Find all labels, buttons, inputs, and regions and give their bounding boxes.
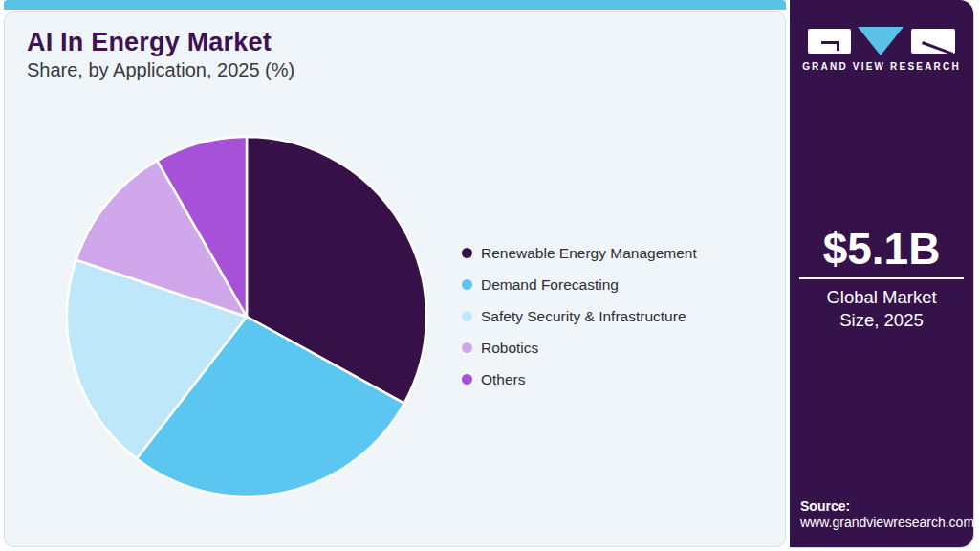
legend-label: Safety Security & Infrastructure (481, 308, 686, 325)
legend-item: Demand Forecasting (462, 269, 697, 300)
legend-label: Robotics (481, 340, 538, 357)
divider (799, 277, 964, 279)
market-size-label: Global Market Size, 2025 (805, 286, 958, 331)
legend-swatch-icon (462, 374, 472, 385)
brand-logo: GRAND VIEW RESEARCH (790, 26, 973, 72)
legend-label: Others (481, 371, 526, 388)
sidebar: GRAND VIEW RESEARCH $5.1B Global Market … (790, 0, 973, 547)
gvr-logo-icon (808, 26, 955, 56)
legend-swatch-icon (462, 279, 472, 290)
legend-swatch-icon (462, 342, 472, 353)
page-subtitle: Share, by Application, 2025 (%) (27, 59, 294, 81)
source-block: Source: www.grandviewresearch.com (800, 498, 969, 531)
infographic: AI In Energy Market Share, by Applicatio… (0, 0, 980, 551)
pie-chart (46, 116, 447, 518)
source-url: www.grandviewresearch.com (800, 515, 969, 531)
legend-item: Others (462, 364, 697, 395)
logo-v-triangle (858, 27, 904, 55)
page-title: AI In Energy Market (27, 28, 272, 57)
legend-swatch-icon (462, 248, 472, 258)
legend-swatch-icon (462, 311, 472, 321)
legend-item: Safety Security & Infrastructure (462, 300, 697, 332)
chart-card: AI In Energy Market Share, by Applicatio… (4, 11, 786, 547)
market-size-block: $5.1B Global Market Size, 2025 (790, 226, 973, 331)
market-size-value: $5.1B (790, 226, 973, 272)
brand-name: GRAND VIEW RESEARCH (790, 61, 973, 72)
logo-r-block (911, 29, 955, 54)
legend-label: Renewable Energy Management (481, 245, 697, 262)
legend: Renewable Energy ManagementDemand Foreca… (462, 237, 697, 395)
accent-top-bar (4, 0, 786, 10)
legend-item: Renewable Energy Management (462, 237, 697, 269)
legend-label: Demand Forecasting (481, 276, 619, 294)
legend-item: Robotics (462, 332, 697, 364)
source-label: Source: (800, 498, 969, 515)
